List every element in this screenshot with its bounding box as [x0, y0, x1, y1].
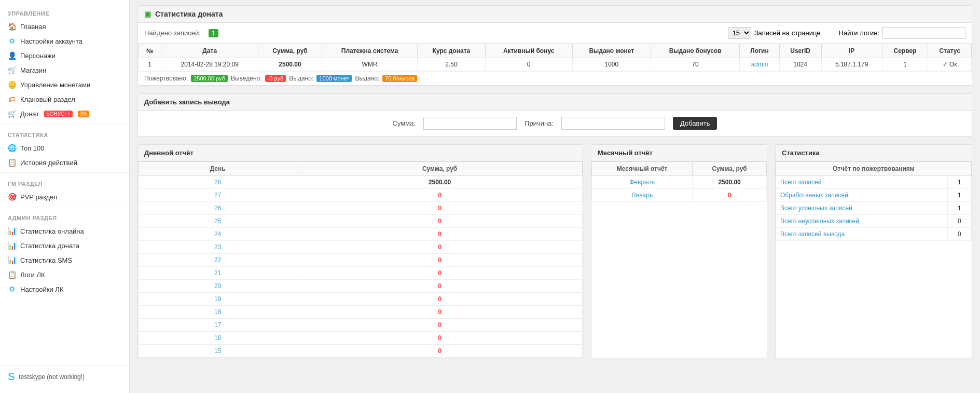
lk-settings-icon: ⚙ — [8, 285, 16, 293]
daily-col-day: День — [139, 162, 297, 176]
badge-bonus: БОНУС! + — [44, 111, 72, 117]
add-button[interactable]: Добавить — [673, 117, 717, 130]
sidebar-label-pvp: PVP раздел — [20, 193, 57, 201]
stat-label[interactable]: Всего записей — [776, 176, 948, 189]
sidebar-item-logs[interactable]: 📋 Логи ЛК — [0, 267, 129, 282]
col-bonus: Активный бонус — [485, 44, 572, 58]
cell-ip: 5.187.1.179 — [821, 58, 882, 71]
sidebar-item-shop[interactable]: 🛒 Магазин — [0, 63, 129, 77]
sidebar-label-clan: Клановый раздел — [20, 96, 75, 103]
sidebar-label-account-settings: Настройки аккаунта — [20, 37, 82, 45]
login-link[interactable]: admin — [751, 61, 768, 68]
search-login-section: Найти логин: — [839, 27, 965, 39]
stat-label[interactable]: Всего неуспешных записей — [776, 215, 948, 228]
table-container: № Дата Сумма, руб Платежна система Курс … — [138, 44, 972, 71]
col-ip: IP — [821, 44, 882, 58]
add-record-panel: Добавить запись вывода Сумма: Причина: Д… — [137, 93, 972, 137]
col-num: № — [139, 44, 161, 58]
day-amount-cell: 0 — [297, 345, 583, 358]
day-cell[interactable]: 22 — [139, 254, 297, 267]
stat-label[interactable]: Обработанных записей — [776, 189, 948, 202]
sidebar-item-pvp[interactable]: 🎯 PVP раздел — [0, 189, 129, 204]
day-cell[interactable]: 26 — [139, 202, 297, 215]
daily-report-row: 23 0 — [139, 241, 583, 254]
day-cell[interactable]: 23 — [139, 241, 297, 254]
sidebar-item-donate[interactable]: 🛒 Донат БОНУС! + 3% — [0, 106, 129, 121]
day-cell[interactable]: 27 — [139, 189, 297, 202]
stat-label[interactable]: Всего успешных записей — [776, 202, 948, 215]
day-amount-cell: 0 — [297, 215, 583, 228]
day-cell[interactable]: 25 — [139, 215, 297, 228]
sidebar-section-admin: АДМИН РАЗДЕЛ 📊 Статистика онлайна 📊 Стат… — [0, 210, 129, 296]
month-amount-cell: 0 — [693, 189, 767, 202]
sidebar-label-online-stat: Статистика онлайна — [20, 227, 84, 235]
day-cell[interactable]: 17 — [139, 319, 297, 332]
stat-report-title: Отчёт по пожертвованиям — [776, 162, 972, 176]
stat-value: 1 — [947, 202, 971, 215]
daily-report-row: 25 0 — [139, 215, 583, 228]
col-login: Логин — [740, 44, 779, 58]
data-table: № Дата Сумма, руб Платежна система Курс … — [138, 44, 972, 71]
day-amount-cell: 0 — [297, 202, 583, 215]
sidebar-item-donat-stat[interactable]: 📊 Статистика доната — [0, 238, 129, 253]
cell-login[interactable]: admin — [740, 58, 779, 71]
daily-report-header: Дневной отчёт — [138, 145, 583, 161]
sidebar-item-account-settings[interactable]: ⚙ Настройки аккаунта — [0, 34, 129, 48]
cell-payment: WMR — [322, 58, 417, 71]
sidebar-item-home[interactable]: 🏠 Главная — [0, 19, 129, 34]
day-cell[interactable]: 28 — [139, 176, 297, 189]
col-payment: Платежна система — [322, 44, 417, 58]
day-cell[interactable]: 20 — [139, 280, 297, 293]
day-cell[interactable]: 24 — [139, 228, 297, 241]
daily-report-row: 28 2500.00 — [139, 176, 583, 189]
panel-header: ▣ Статистика доната — [138, 6, 972, 23]
main-content: ▣ Статистика доната Найдено записей: 1 1… — [130, 0, 980, 393]
sidebar-item-sms-stat[interactable]: 📊 Статистика SMS — [0, 253, 129, 267]
cell-coins: 1000 — [572, 58, 651, 71]
statistics-panel: Статистика Отчёт по пожертвованиям Всего… — [775, 144, 972, 358]
search-login-input[interactable] — [882, 27, 965, 39]
sidebar-item-top100[interactable]: 🌐 Топ 100 — [0, 141, 129, 155]
sidebar-item-history[interactable]: 📋 История действий — [0, 155, 129, 170]
statistics-header: Статистика — [776, 145, 972, 161]
sidebar-item-clan[interactable]: 🏷 Клановый раздел — [0, 92, 129, 106]
col-userid: UserID — [779, 44, 821, 58]
sms-stat-icon: 📊 — [8, 256, 16, 264]
add-record-body: Сумма: Причина: Добавить — [138, 111, 972, 136]
per-page-section: 15 25 50 Записей на странице — [728, 27, 821, 39]
summary-issued2-label: Выдано: — [355, 75, 379, 82]
sidebar-item-coins[interactable]: 🪙 Управление монетами — [0, 77, 129, 92]
day-cell[interactable]: 18 — [139, 306, 297, 319]
reason-input[interactable] — [561, 117, 665, 130]
col-rate: Курс доната — [418, 44, 485, 58]
logs-icon: 📋 — [8, 270, 16, 279]
daily-report-row: 15 0 — [139, 345, 583, 358]
day-cell[interactable]: 15 — [139, 345, 297, 358]
monthly-report-header: Месячный отчёт — [591, 145, 767, 161]
stat-row: Обработанных записей 1 — [776, 189, 972, 202]
sidebar-item-online-stat[interactable]: 📊 Статистика онлайна — [0, 224, 129, 238]
day-amount-cell: 0 — [297, 306, 583, 319]
stat-row: Всего записей вывода 0 — [776, 228, 972, 241]
reason-label: Причина: — [524, 119, 554, 127]
stat-label[interactable]: Всего записей вывода — [776, 228, 948, 241]
daily-report-row: 26 0 — [139, 202, 583, 215]
monthly-report-table: Месячный отчёт Сумма, руб Февраль 2500.0… — [591, 161, 767, 202]
month-cell[interactable]: Февраль — [592, 176, 693, 189]
per-page-select[interactable]: 15 25 50 — [728, 27, 751, 39]
sidebar-item-lk-settings[interactable]: ⚙ Настройки ЛК — [0, 282, 129, 296]
top100-icon: 🌐 — [8, 144, 16, 152]
sidebar-label-top100: Топ 100 — [20, 144, 45, 152]
day-cell[interactable]: 19 — [139, 293, 297, 306]
sidebar-label-coins: Управление монетами — [20, 81, 90, 89]
stat-row: Всего неуспешных записей 0 — [776, 215, 972, 228]
day-amount-cell: 0 — [297, 228, 583, 241]
day-cell[interactable]: 21 — [139, 267, 297, 280]
sum-input[interactable] — [423, 117, 517, 130]
main-panel: ▣ Статистика доната Найдено записей: 1 1… — [137, 5, 972, 86]
sidebar-item-chars[interactable]: 👤 Персонажи — [0, 48, 129, 63]
stat-table: Отчёт по пожертвованиям Всего записей 1 … — [776, 161, 972, 241]
month-cell[interactable]: Январь — [592, 189, 693, 202]
day-cell[interactable]: 16 — [139, 332, 297, 345]
sidebar-divider-3 — [0, 207, 129, 207]
